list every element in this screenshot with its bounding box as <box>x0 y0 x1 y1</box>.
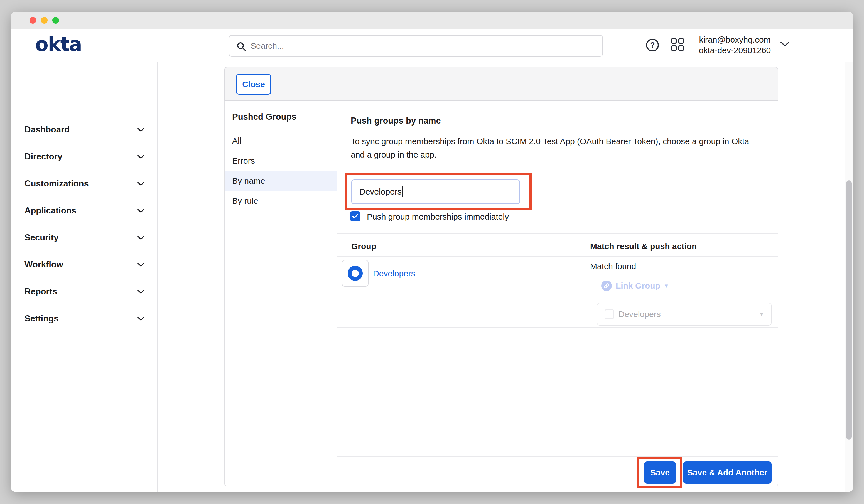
account-org: okta-dev-20901260 <box>693 45 777 56</box>
search-icon <box>237 42 246 51</box>
column-header-group: Group <box>351 242 376 251</box>
push-immediately-checkbox[interactable] <box>350 211 360 221</box>
nav-item-by-rule[interactable]: By rule <box>225 191 337 211</box>
nav-item-label: By name <box>232 176 265 185</box>
column-header-match: Match result & push action <box>590 242 697 251</box>
table-top-divider <box>337 233 778 234</box>
save-button[interactable]: Save <box>644 461 676 484</box>
save-button-label: Save <box>650 468 670 477</box>
sidebar-item-label: Settings <box>24 314 58 324</box>
chevron-down-icon <box>137 128 145 132</box>
close-window-icon[interactable] <box>29 17 36 24</box>
group-avatar <box>342 260 369 287</box>
browser-window: okta ? kiran@boxyhq.com okta-dev-2090126… <box>11 12 853 492</box>
save-add-another-button[interactable]: Save & Add Another <box>683 461 771 484</box>
account-menu[interactable]: kiran@boxyhq.com okta-dev-20901260 <box>693 35 777 56</box>
panel-description: To sync group memberships from Okta to S… <box>351 135 763 161</box>
close-button[interactable]: Close <box>236 74 271 95</box>
search-box <box>229 35 603 57</box>
group-name-input[interactable]: Developers <box>351 179 520 204</box>
app-header: okta ? kiran@boxyhq.com okta-dev-2090126… <box>11 29 853 62</box>
pushed-groups-title: Pushed Groups <box>232 112 297 122</box>
sidebar-item-label: Security <box>24 233 58 243</box>
chevron-down-icon <box>137 236 145 240</box>
caret-down-icon: ▼ <box>663 283 669 289</box>
text-caret <box>402 187 403 197</box>
sidebar-item-label: Workflow <box>24 260 63 270</box>
grid-square <box>678 38 684 44</box>
search-input[interactable] <box>250 37 585 55</box>
minimize-window-icon[interactable] <box>41 17 48 24</box>
group-avatar-icon <box>348 266 363 281</box>
okta-logo: okta <box>35 33 82 56</box>
chevron-down-icon <box>137 154 145 159</box>
apps-grid-icon[interactable] <box>671 38 686 52</box>
nav-item-all[interactable]: All <box>225 131 337 151</box>
table-header-divider <box>337 256 778 256</box>
push-by-name-panel: Push groups by name To sync group member… <box>337 101 778 487</box>
nav-item-errors[interactable]: Errors <box>225 151 337 171</box>
target-group-select[interactable]: Developers ▼ <box>597 303 771 326</box>
save-add-another-label: Save & Add Another <box>687 468 767 477</box>
window-titlebar <box>11 12 853 29</box>
sidebar-item-workflow[interactable]: Workflow <box>11 256 157 274</box>
sidebar-item-label: Applications <box>24 206 76 216</box>
chevron-down-icon <box>137 289 145 294</box>
sidebar-item-settings[interactable]: Settings <box>11 310 157 327</box>
nav-item-label: All <box>232 136 241 146</box>
sidebar-item-label: Reports <box>24 287 57 297</box>
caret-down-icon: ▼ <box>759 311 764 317</box>
close-button-label: Close <box>242 80 265 89</box>
push-groups-dialog: Close Pushed Groups All Errors By name B… <box>224 67 778 487</box>
link-group-label: Link Group <box>616 281 660 290</box>
pushed-groups-nav: Pushed Groups All Errors By name By rule <box>224 101 337 487</box>
account-email: kiran@boxyhq.com <box>693 35 777 45</box>
sidebar-item-customizations[interactable]: Customizations <box>11 175 157 193</box>
vertical-scrollbar-track[interactable] <box>844 62 853 492</box>
sidebar-item-applications[interactable]: Applications <box>11 202 157 219</box>
group-placeholder-icon <box>604 310 614 319</box>
sidebar-item-security[interactable]: Security <box>11 229 157 247</box>
check-icon <box>352 214 359 219</box>
sidebar-item-label: Dashboard <box>24 125 70 135</box>
main-sidebar: Dashboard Directory Customizations Appli… <box>11 62 158 492</box>
footer-divider <box>337 456 778 457</box>
link-group-button[interactable]: Link Group ▼ <box>601 280 669 291</box>
panel-title: Push groups by name <box>351 116 441 126</box>
zoom-window-icon[interactable] <box>52 17 59 24</box>
chevron-down-icon <box>137 316 145 321</box>
grid-square <box>671 38 677 44</box>
chevron-down-icon <box>137 181 145 186</box>
nav-item-label: Errors <box>232 156 255 166</box>
sidebar-item-label: Customizations <box>24 179 89 189</box>
nav-item-label: By rule <box>232 196 258 206</box>
sidebar-item-directory[interactable]: Directory <box>11 148 157 166</box>
sidebar-item-reports[interactable]: Reports <box>11 283 157 301</box>
vertical-scrollbar-thumb[interactable] <box>846 180 852 440</box>
group-name-link[interactable]: Developers <box>373 269 415 278</box>
chevron-down-icon <box>780 41 790 48</box>
help-icon[interactable]: ? <box>646 39 659 51</box>
target-group-value: Developers <box>619 310 661 319</box>
link-icon <box>601 280 612 291</box>
match-status: Match found <box>590 262 636 271</box>
chevron-down-icon <box>137 208 145 213</box>
grid-square <box>671 45 677 51</box>
help-glyph: ? <box>650 41 655 49</box>
dialog-toolbar: Close <box>224 67 778 101</box>
chevron-down-icon <box>137 262 145 267</box>
sidebar-item-dashboard[interactable]: Dashboard <box>11 121 157 139</box>
push-immediately-label: Push group memberships immediately <box>367 212 509 221</box>
sidebar-item-label: Directory <box>24 152 62 162</box>
grid-square <box>678 45 684 51</box>
table-row-divider <box>337 327 778 328</box>
group-name-value: Developers <box>359 187 402 196</box>
nav-item-by-name[interactable]: By name <box>225 171 337 191</box>
